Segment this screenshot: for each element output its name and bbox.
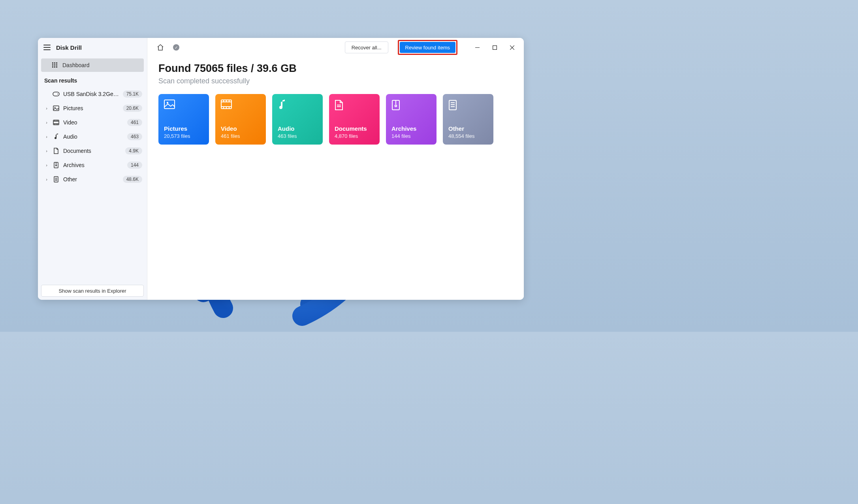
svg-rect-9: [53, 92, 59, 96]
picture-icon: [52, 105, 60, 111]
svg-rect-0: [52, 62, 53, 64]
close-button[interactable]: [503, 41, 521, 54]
chevron-icon: ›: [44, 134, 49, 139]
svg-rect-4: [54, 64, 55, 66]
maximize-button[interactable]: [486, 41, 503, 54]
chevron-icon: ›: [44, 163, 49, 167]
sidebar-footer: Show scan results in Explorer: [38, 282, 147, 300]
home-icon: [157, 44, 164, 51]
svg-point-48: [395, 105, 397, 107]
minimize-button[interactable]: [469, 41, 486, 54]
archive-icon: [391, 100, 431, 111]
chevron-icon: ›: [44, 106, 49, 111]
toolbar: ✓ Recover all... Review found items: [147, 38, 524, 57]
category-cards: Pictures 20,573 files Video 461 files Au…: [158, 94, 513, 145]
status-button[interactable]: ✓: [171, 42, 181, 53]
svg-rect-5: [56, 64, 57, 66]
close-icon: [510, 45, 514, 50]
window-controls: [469, 41, 521, 54]
show-in-explorer-button[interactable]: Show scan results in Explorer: [41, 285, 144, 297]
dashboard-label: Dashboard: [62, 62, 90, 68]
video-icon: [221, 100, 260, 111]
app-window: Disk Drill Dashboard Scan results › USB …: [38, 38, 524, 300]
svg-rect-11: [53, 106, 59, 111]
picture-icon: [164, 100, 203, 111]
svg-rect-2: [56, 62, 57, 64]
svg-point-34: [167, 102, 168, 103]
archive-icon: [52, 162, 60, 168]
section-label-scan-results: Scan results: [38, 75, 147, 87]
other-icon: [448, 100, 488, 111]
svg-point-12: [55, 107, 56, 108]
tree-row-video[interactable]: › Video 461: [38, 115, 147, 130]
chevron-icon: ›: [44, 149, 49, 153]
highlight-review-found: Review found items: [398, 40, 457, 55]
minimize-icon: [475, 45, 480, 50]
subtitle: Scan completed successfully: [158, 77, 513, 85]
card-other[interactable]: Other 48,554 files: [443, 94, 493, 145]
audio-icon: [52, 134, 60, 140]
video-icon: [52, 120, 60, 125]
tree-row-device[interactable]: › USB SanDisk 3.2Gen1... 75.1K: [38, 87, 147, 101]
tree-row-archives[interactable]: › Archives 144: [38, 158, 147, 172]
device-badge: 75.1K: [123, 90, 142, 98]
maximize-icon: [493, 45, 497, 50]
tree-row-documents[interactable]: › Documents 4.9K: [38, 144, 147, 158]
svg-rect-8: [56, 66, 57, 68]
tree-row-audio[interactable]: › Audio 463: [38, 130, 147, 144]
scan-tree: › USB SanDisk 3.2Gen1... 75.1K › Picture…: [38, 87, 147, 186]
recover-all-button[interactable]: Recover all...: [345, 41, 388, 53]
svg-rect-3: [52, 64, 53, 66]
svg-point-24: [56, 165, 56, 166]
main-title: Found 75065 files / 39.6 GB: [158, 62, 513, 75]
device-label: USB SanDisk 3.2Gen1...: [63, 91, 120, 97]
other-icon: [52, 176, 60, 182]
card-documents[interactable]: Documents 4,870 files: [329, 94, 380, 145]
svg-rect-6: [52, 66, 53, 68]
content: Found 75065 files / 39.6 GB Scan complet…: [147, 57, 524, 150]
home-button[interactable]: [155, 42, 166, 53]
review-found-items-button[interactable]: Review found items: [400, 42, 455, 53]
tree-row-pictures[interactable]: › Pictures 20.6K: [38, 101, 147, 115]
chevron-icon: ›: [44, 177, 49, 182]
svg-rect-1: [54, 62, 55, 64]
svg-rect-30: [493, 45, 497, 49]
hamburger-icon[interactable]: [43, 45, 51, 50]
check-circle-icon: ✓: [173, 44, 179, 51]
sidebar-item-dashboard[interactable]: Dashboard: [41, 58, 144, 72]
svg-rect-33: [164, 100, 175, 109]
document-icon: [335, 100, 374, 111]
card-video[interactable]: Video 461 files: [215, 94, 266, 145]
card-audio[interactable]: Audio 463 files: [272, 94, 323, 145]
audio-icon: [278, 100, 317, 111]
main-panel: ✓ Recover all... Review found items Foun: [147, 38, 524, 300]
document-icon: [52, 148, 60, 154]
tree-row-other[interactable]: › Other 48.6K: [38, 172, 147, 186]
grid-icon: [52, 62, 58, 68]
chevron-icon: ›: [44, 120, 49, 125]
card-pictures[interactable]: Pictures 20,573 files: [158, 94, 209, 145]
sidebar-header: Disk Drill: [38, 38, 147, 57]
app-title: Disk Drill: [56, 44, 82, 51]
sidebar: Disk Drill Dashboard Scan results › USB …: [38, 38, 147, 300]
card-archives[interactable]: Archives 144 files: [386, 94, 437, 145]
svg-point-10: [57, 94, 58, 94]
svg-rect-7: [54, 66, 55, 68]
drive-icon: [52, 92, 60, 96]
